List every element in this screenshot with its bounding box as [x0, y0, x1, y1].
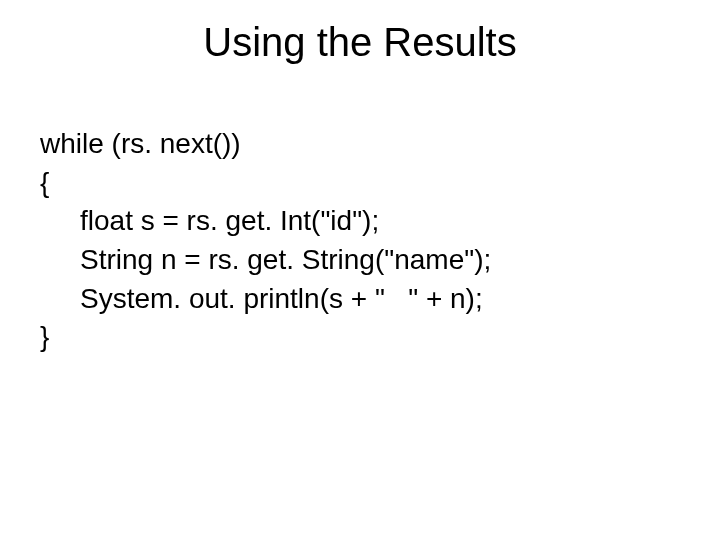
slide-title: Using the Results	[0, 20, 720, 65]
code-line-4: String n = rs. get. String("name");	[40, 241, 680, 280]
code-line-5: System. out. println(s + " " + n);	[40, 280, 680, 319]
slide-body: while (rs. next()) { float s = rs. get. …	[40, 125, 680, 357]
code-line-3: float s = rs. get. Int("id");	[40, 202, 680, 241]
code-line-1: while (rs. next())	[40, 125, 680, 164]
slide: Using the Results while (rs. next()) { f…	[0, 0, 720, 540]
code-line-6: }	[40, 318, 680, 357]
code-line-2: {	[40, 164, 680, 203]
